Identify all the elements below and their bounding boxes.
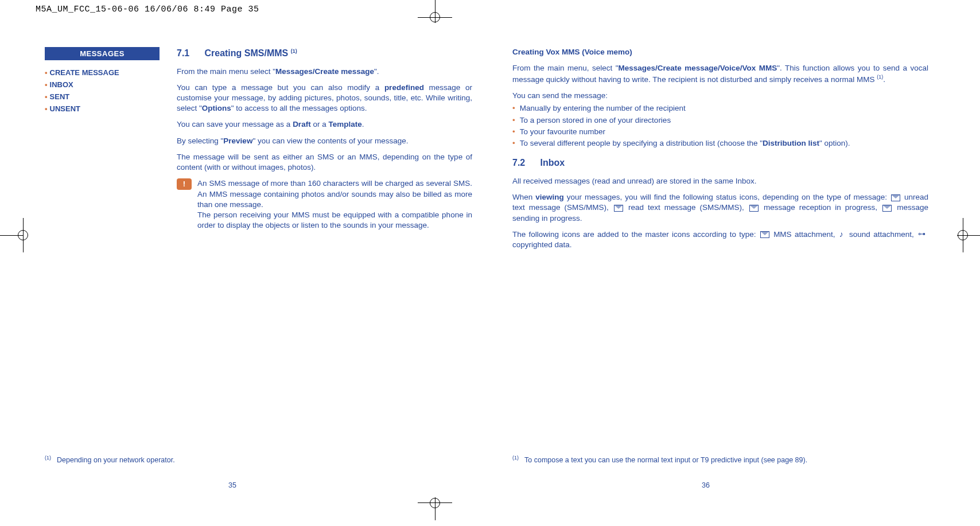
- sidebar-nav: MESSAGES •CREATE MESSAGE •INBOX •SENT •U…: [45, 47, 160, 231]
- footnote-ref: (1): [291, 48, 297, 54]
- bullet-icon: •: [512, 127, 515, 137]
- sidebar-item: •INBOX: [45, 80, 160, 89]
- bullet-icon: •: [512, 138, 515, 149]
- page-number: 35: [228, 481, 236, 489]
- list-item: •To a person stored in one of your direc…: [512, 115, 928, 126]
- main-content-right: Creating Vox MMS (Voice memo) From the m…: [512, 47, 928, 250]
- paragraph: All received messages (read and unread) …: [512, 176, 928, 186]
- paragraph: When viewing your messages, you will fin…: [512, 192, 928, 224]
- section-heading: 7.1 Creating SMS/MMS (1): [177, 47, 472, 60]
- page-right: Creating Vox MMS (Voice memo) From the m…: [495, 47, 946, 492]
- bullet-icon: •: [45, 92, 48, 101]
- sidebar-item-label: INBOX: [50, 80, 73, 89]
- list-item: •To several different people by specifyi…: [512, 138, 928, 149]
- key-icon: [918, 231, 927, 238]
- sub-heading: Creating Vox MMS (Voice memo): [512, 47, 928, 57]
- note-text: An SMS message of more than 160 characte…: [197, 178, 472, 231]
- paragraph: You can send the message:: [512, 91, 928, 101]
- section-title: Creating SMS/MMS: [204, 48, 290, 58]
- sidebar-item-label: CREATE MESSAGE: [50, 68, 119, 77]
- bullet-icon: •: [45, 104, 48, 113]
- attachment-icon: [760, 231, 769, 238]
- music-note-icon: [839, 231, 845, 238]
- bullet-icon: •: [45, 68, 48, 77]
- crop-mark-right: [946, 218, 980, 252]
- page-spread: MESSAGES •CREATE MESSAGE •INBOX •SENT •U…: [45, 47, 946, 492]
- sidebar-title: MESSAGES: [45, 47, 160, 60]
- crop-mark-left: [0, 218, 34, 252]
- crop-mark-top: [418, 0, 452, 34]
- envelope-down-icon: [749, 205, 759, 212]
- section-heading: 7.2 Inbox: [512, 157, 928, 169]
- envelope-up-icon: [882, 205, 892, 212]
- footnote-ref: (1): [877, 74, 883, 80]
- footnote-marker: (1): [45, 455, 51, 461]
- footnote-text: Depending on your network operator.: [57, 456, 175, 464]
- list-item: •To your favourite number: [512, 127, 928, 137]
- paragraph: The message will be sent as either an SM…: [177, 152, 472, 173]
- bullet-icon: •: [512, 103, 515, 114]
- footnote-text: To compose a text you can use the normal…: [524, 456, 807, 464]
- footnote: (1)Depending on your network operator.: [45, 455, 175, 464]
- paragraph: You can type a message but you can also …: [177, 83, 472, 114]
- pdf-header-line: M5A_UM_FCC_15-06-06 16/06/06 8:49 Page 3…: [0, 0, 980, 14]
- bullet-list: •Manually by entering the number of the …: [512, 103, 928, 149]
- envelope-closed-icon: [891, 194, 900, 201]
- paragraph: From the main menu, select "Messages/Cre…: [512, 63, 928, 85]
- bullet-icon: •: [512, 115, 515, 126]
- section-number: 7.1: [177, 47, 202, 60]
- section-title: Inbox: [540, 158, 565, 167]
- page-left: MESSAGES •CREATE MESSAGE •INBOX •SENT •U…: [45, 47, 495, 492]
- paragraph: From the main menu select "Messages/Crea…: [177, 67, 472, 77]
- page-number: 36: [702, 481, 710, 489]
- warning-icon: !: [177, 178, 192, 190]
- paragraph: You can save your message as a Draft or …: [177, 119, 472, 130]
- paragraph: The following icons are added to the mas…: [512, 229, 928, 250]
- note-block: ! An SMS message of more than 160 charac…: [177, 178, 472, 231]
- paragraph: By selecting "Preview" you can view the …: [177, 136, 472, 146]
- main-content-left: 7.1 Creating SMS/MMS (1) From the main m…: [177, 47, 472, 231]
- list-item: •Manually by entering the number of the …: [512, 103, 928, 114]
- section-number: 7.2: [512, 157, 538, 169]
- envelope-open-icon: [614, 205, 623, 212]
- sidebar-item-label: SENT: [50, 92, 70, 101]
- footnote: (1)To compose a text you can use the nor…: [512, 455, 807, 464]
- sidebar-item: •CREATE MESSAGE: [45, 68, 160, 77]
- sidebar-item: •SENT: [45, 92, 160, 101]
- sidebar-item: •UNSENT: [45, 104, 160, 113]
- bullet-icon: •: [45, 80, 48, 89]
- footnote-marker: (1): [512, 455, 519, 461]
- sidebar-item-label: UNSENT: [50, 104, 80, 113]
